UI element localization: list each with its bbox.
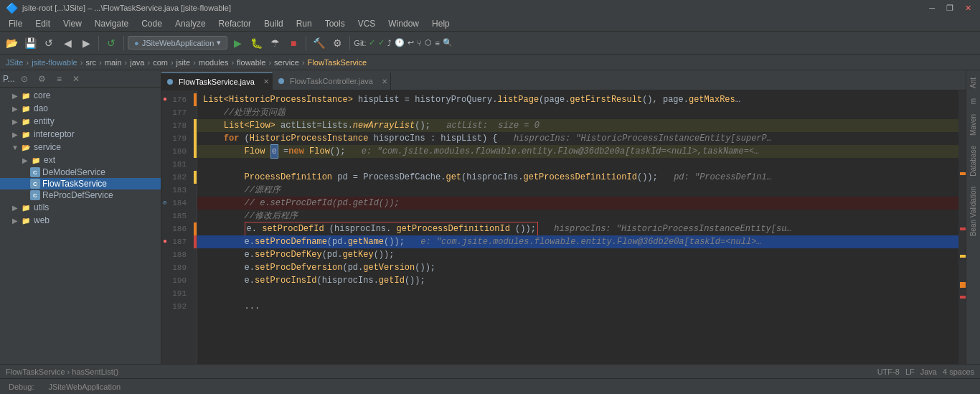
statusbar-indent[interactable]: 4 spaces <box>943 367 974 376</box>
panel-gear-button[interactable]: ⚙ <box>34 72 49 86</box>
ant-panel-tab[interactable]: Ant <box>967 73 979 93</box>
run-config-selector[interactable]: ● JSiteWebApplication ▾ <box>128 36 227 50</box>
breadcrumb-java[interactable]: java <box>130 58 144 67</box>
bean-validation-tab[interactable]: Bean Validation <box>967 182 979 240</box>
menu-item-view[interactable]: View <box>57 17 88 30</box>
editor-area: FlowTaskService.java ✕ FlowTaskControlle… <box>161 70 966 364</box>
tree-item-reprocdef[interactable]: C ReProcDefService <box>0 189 161 201</box>
tab-flowtaskcontroller[interactable]: FlowTaskController.java ✕ <box>273 72 391 90</box>
tree-item-interceptor[interactable]: ▶ 📁 interceptor <box>0 128 161 141</box>
menu-item-help[interactable]: Help <box>426 17 456 30</box>
menu-item-window[interactable]: Window <box>382 17 425 30</box>
tree-item-utils[interactable]: ▶ 📁 utils <box>0 201 161 214</box>
breadcrumb-src[interactable]: src <box>85 58 96 67</box>
tree-item-web[interactable]: ▶ 📁 web <box>0 214 161 227</box>
tree-item-entity[interactable]: ▶ 📁 entity <box>0 115 161 128</box>
breadcrumb-jsite[interactable]: JSite <box>6 58 23 67</box>
tab-close-controller[interactable]: ✕ <box>382 78 387 85</box>
menu-item-file[interactable]: File <box>3 17 28 30</box>
line-num-182: 182 <box>161 171 197 184</box>
menu-item-refactor[interactable]: Refactor <box>213 17 257 30</box>
code-line-179: for ( HistoricProcessInstance hisprocIns… <box>197 132 958 145</box>
save-button[interactable]: 💾 <box>22 34 39 52</box>
database-panel-tab[interactable]: Database <box>967 141 979 181</box>
git-log[interactable]: ≡ <box>435 39 439 47</box>
titlebar-controls[interactable]: ─ ❐ ✕ <box>926 4 974 13</box>
breadcrumb-flowable[interactable]: jsite-flowable <box>32 58 77 67</box>
menu-item-run[interactable]: Run <box>291 17 318 30</box>
stop-button[interactable]: ■ <box>285 34 302 52</box>
git-remote[interactable]: ⬡ <box>425 38 432 47</box>
sdk-button[interactable]: ⚙ <box>329 34 346 52</box>
tab-flowtaskservice[interactable]: FlowTaskService.java ✕ <box>161 72 273 90</box>
statusbar-language[interactable]: Java <box>920 367 937 376</box>
statusbar-line-sep[interactable]: LF <box>905 367 915 376</box>
menu-item-edit[interactable]: Edit <box>29 17 56 30</box>
statusbar-encoding[interactable]: UTF-8 <box>877 367 900 376</box>
breadcrumb-class[interactable]: FlowTaskService <box>308 58 367 67</box>
tree-item-ext[interactable]: ▶ 📁 ext <box>0 154 161 166</box>
git-branch[interactable]: ⑂ <box>417 39 422 47</box>
build-button[interactable]: 🔨 <box>310 34 327 52</box>
back-button[interactable]: ◀ <box>59 34 76 52</box>
tree-item-dao[interactable]: ▶ 📁 dao <box>0 102 161 115</box>
menu-item-build[interactable]: Build <box>258 17 289 30</box>
breakpoint-176[interactable]: ● <box>163 93 167 106</box>
menu-item-analyze[interactable]: Analyze <box>169 17 212 30</box>
panel-settings-button[interactable]: ≡ <box>52 72 66 86</box>
tree-label-flowtask: FlowTaskService <box>42 179 107 189</box>
line-num-179: 179 <box>161 132 197 145</box>
forward-button[interactable]: ▶ <box>77 34 95 52</box>
git-check[interactable]: ✓ <box>369 38 375 47</box>
git-rollback[interactable]: ↩ <box>407 38 414 47</box>
run-button[interactable]: ▶ <box>229 34 246 52</box>
scroll-marker-5 <box>960 296 966 299</box>
gutter-176 <box>194 93 197 106</box>
close-button[interactable]: ✕ <box>962 4 974 13</box>
coverage-button[interactable]: ☂ <box>266 34 283 52</box>
code-container[interactable]: ● 176 177 178 179 180 <box>161 90 966 364</box>
git-clock[interactable]: 🕐 <box>395 38 405 47</box>
breadcrumb-modules[interactable]: modules <box>199 58 229 67</box>
tree-item-flowtask[interactable]: C FlowTaskService <box>0 178 161 189</box>
minimize-button[interactable]: ─ <box>926 4 938 13</box>
line-num-188: 188 <box>161 248 197 261</box>
breadcrumb-flowable2[interactable]: flowable <box>237 58 265 67</box>
code-line-188: e. setProcDefKey (pd. getKey ()); <box>197 248 958 261</box>
open-button[interactable]: 📂 <box>3 34 20 52</box>
statusbar: FlowTaskService › hasSentList() UTF-8 LF… <box>0 364 980 378</box>
code-editor[interactable]: List<HistoricProcessInstance> hispList =… <box>197 90 958 364</box>
undo-button[interactable]: ↺ <box>103 34 120 52</box>
breadcrumb-main[interactable]: main <box>105 58 122 67</box>
menu-item-tools[interactable]: Tools <box>319 17 351 30</box>
git-search[interactable]: 🔍 <box>443 38 453 47</box>
m-panel-tab[interactable]: m <box>967 94 979 108</box>
tree-label-core: core <box>34 90 50 100</box>
menu-item-navigate[interactable]: Navigate <box>89 17 134 30</box>
breakpoint-187[interactable]: ● <box>163 235 167 248</box>
tree-item-core[interactable]: ▶ 📁 core <box>0 89 161 102</box>
git-tick[interactable]: ✓ <box>378 38 385 47</box>
git-arrow[interactable]: ⤴ <box>387 39 392 47</box>
tree-item-demodel[interactable]: C DeModelService <box>0 166 161 178</box>
main-area: P... ⊙ ⚙ ≡ ✕ ▶ 📁 core ▶ 📁 dao <box>0 70 980 364</box>
debug-tab[interactable]: Debug: <box>3 381 39 393</box>
breadcrumb-service[interactable]: service <box>274 58 299 67</box>
maven-panel-tab[interactable]: Maven <box>967 110 979 140</box>
tree-arrow-service: ▼ <box>10 144 20 151</box>
tab-close-flowtask[interactable]: ✕ <box>263 78 269 85</box>
run-tab[interactable]: JSiteWebApplication <box>42 381 126 393</box>
debug-button[interactable]: 🐛 <box>248 34 265 52</box>
panel-close-button[interactable]: ✕ <box>69 72 83 86</box>
code-line-190: e. setProcInsId (hisprocIns. getId ()); <box>197 274 958 287</box>
line-num-184: ⊘ 184 <box>161 197 197 210</box>
breadcrumb-com[interactable]: com <box>153 58 168 67</box>
menu-item-vcs[interactable]: VCS <box>352 17 382 30</box>
tree-item-service[interactable]: ▼ 📂 service <box>0 141 161 154</box>
breadcrumb-jsite2[interactable]: jsite <box>176 58 191 67</box>
maximize-button[interactable]: ❐ <box>943 4 956 13</box>
panel-scope-button[interactable]: ⊙ <box>17 72 32 86</box>
menu-item-code[interactable]: Code <box>136 17 168 30</box>
sync-button[interactable]: ↺ <box>40 34 57 52</box>
scrollbar-markers[interactable] <box>958 90 966 364</box>
